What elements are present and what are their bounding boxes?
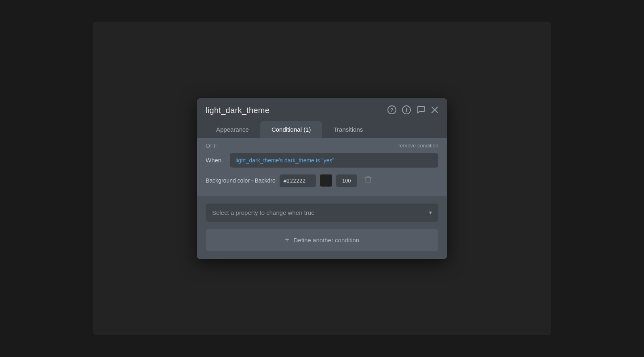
close-icon-button[interactable] [431,106,438,115]
opacity-value[interactable]: 100 [336,174,357,187]
dropdown-arrow-icon: ▾ [429,209,432,216]
color-hex-value[interactable]: #222222 [280,174,316,187]
svg-text:i: i [406,107,407,113]
property-row: Background color - Backdro #222222 100 [206,174,438,187]
define-condition-button[interactable]: + Define another condition [206,229,438,251]
color-swatch[interactable] [320,174,332,187]
condition-status: OFF [206,143,218,149]
dialog-header: light_dark_theme ? i [197,98,447,121]
remove-condition-button[interactable]: remove condition [398,143,438,149]
svg-text:?: ? [390,107,394,113]
tab-appearance[interactable]: Appearance [205,121,260,138]
dialog-panel: light_dark_theme ? i [197,98,447,259]
condition-header: OFF remove condition [206,143,438,149]
condition-block: OFF remove condition When light_dark_the… [197,138,447,196]
when-row: When light_dark_theme's dark_theme is "y… [206,153,438,168]
select-property-label: Select a property to change when true [212,209,315,216]
plus-icon: + [285,235,290,245]
help-icon-button[interactable]: ? [387,105,396,116]
dialog-tabs: Appearance Conditional (1) Transitions [197,121,447,138]
comment-icon-button[interactable] [417,105,425,116]
property-label: Background color - Backdro [206,177,276,184]
dialog-title: light_dark_theme [206,106,269,115]
tab-transitions[interactable]: Transitions [322,121,374,138]
info-icon-button[interactable]: i [402,105,411,116]
when-value[interactable]: light_dark_theme's dark_theme is "yes" [230,153,438,168]
when-label: When [206,157,225,164]
dialog-icons: ? i [387,105,438,116]
select-property-dropdown[interactable]: Select a property to change when true ▾ [206,204,438,222]
tab-conditional[interactable]: Conditional (1) [260,121,322,138]
dialog-content: OFF remove condition When light_dark_the… [197,138,447,259]
define-condition-label: Define another condition [294,237,360,244]
delete-property-button[interactable] [363,174,373,187]
